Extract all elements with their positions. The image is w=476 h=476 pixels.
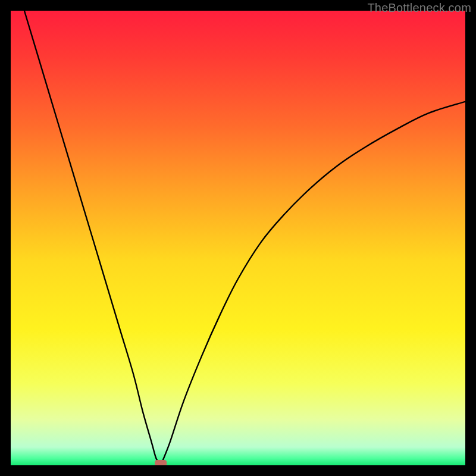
chart-svg xyxy=(11,11,465,465)
minimum-marker xyxy=(155,460,167,465)
chart-frame xyxy=(11,11,465,465)
watermark-text: TheBottleneck.com xyxy=(367,1,471,15)
chart-background xyxy=(11,11,465,465)
